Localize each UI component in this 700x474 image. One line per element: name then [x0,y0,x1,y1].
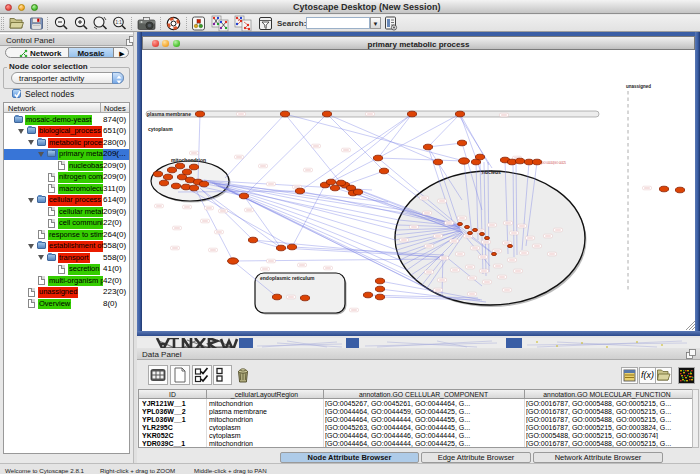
svg-text:nucleus: nucleus [482,169,501,175]
svg-text:unassigned: unassigned [626,84,651,89]
svg-text:mitochondrion: mitochondrion [171,157,206,163]
svg-text:cytoplasm: cytoplasm [148,126,173,132]
svg-text:1:1: 1:1 [116,20,123,25]
svg-text:plasma membrane: plasma membrane [147,111,191,117]
svg-text:endoplasmic reticulum: endoplasmic reticulum [260,275,315,281]
